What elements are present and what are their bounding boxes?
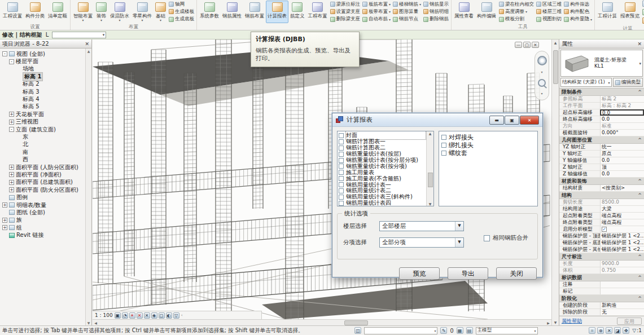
tree-item[interactable]: 北 xyxy=(1,141,91,148)
reveal-hidden-icon[interactable]: ▽ xyxy=(173,312,179,319)
ribbon-small-button[interactable]: 钢筋明细 xyxy=(423,8,449,15)
property-value[interactable]: 标高 2 xyxy=(600,96,644,102)
ribbon-small-button[interactable]: 构件显隐▾ xyxy=(564,16,592,23)
vertical-scrollbar[interactable]: ▲▼ xyxy=(551,39,559,325)
property-value[interactable]: 大梁 xyxy=(600,206,644,212)
property-value[interactable]: 端点高程 xyxy=(600,213,644,219)
expand-icon[interactable]: + xyxy=(9,165,14,170)
tree-item[interactable]: +天花板平面 xyxy=(1,111,91,118)
steering-wheel-icon[interactable] xyxy=(537,56,547,65)
select-pinned-icon[interactable]: ✕ xyxy=(606,327,612,334)
ribbon-small-button[interactable]: 设置梁支座 xyxy=(330,8,361,15)
ribbon-small-button[interactable]: 生成底板 xyxy=(169,16,194,23)
tree-item[interactable]: +明细表/数量 xyxy=(1,201,91,209)
tree-item[interactable]: 西 xyxy=(1,156,91,163)
close-icon[interactable]: ✕ xyxy=(85,41,89,47)
property-value[interactable]: <按类别> xyxy=(600,185,644,191)
close-icon[interactable]: ✕ xyxy=(637,41,642,47)
expand-icon[interactable]: - xyxy=(9,127,14,132)
ribbon-button[interactable]: 报表预览 xyxy=(619,1,641,25)
ribbon-small-button[interactable]: 模板分割 xyxy=(499,16,534,23)
ribbon-button[interactable]: 工程计算 xyxy=(596,1,619,25)
joint-checkbox-item[interactable]: 绑扎接头 xyxy=(441,141,537,149)
expand-icon[interactable]: + xyxy=(9,187,14,192)
worksets-combobox[interactable]: ▾ xyxy=(364,327,437,334)
property-value[interactable]: 0.0 xyxy=(600,116,644,122)
tree-item[interactable]: 场地 xyxy=(1,65,91,73)
property-value[interactable]: 钢筋保护层 1 <2... xyxy=(600,240,644,246)
dialog-titlebar[interactable]: 计算报表 ▬ ▣ ✕ xyxy=(332,113,542,127)
tree-item[interactable]: +族 xyxy=(1,217,91,224)
property-value[interactable] xyxy=(600,281,644,288)
temporary-hide-isolate-icon[interactable]: ◐ xyxy=(166,312,172,319)
ribbon-small-button[interactable]: 楼层三维 xyxy=(536,8,562,15)
chevron-down-icon[interactable]: ▾ xyxy=(639,61,641,66)
options-combobox[interactable]: ▾ xyxy=(52,32,106,38)
minimize-icon[interactable]: ▬ xyxy=(489,116,504,125)
ribbon-button[interactable]: 属性查看 xyxy=(453,1,475,23)
expand-icon[interactable]: - xyxy=(9,59,14,64)
collapse-icon[interactable]: ^ xyxy=(638,179,642,184)
property-value[interactable]: 无 xyxy=(600,309,644,315)
property-value[interactable]: 标高 : 标高 2 xyxy=(600,103,644,109)
properties-help-link[interactable]: 属性帮助 xyxy=(562,318,582,325)
ribbon-small-button[interactable]: 高度调整▾ xyxy=(499,8,534,15)
scale-button[interactable]: 1 : 100 xyxy=(95,312,113,318)
ribbon-button[interactable]: 智能布置▾ xyxy=(72,1,94,23)
ribbon-small-button[interactable]: 钢筋节点 xyxy=(393,16,421,23)
tree-item[interactable]: +三维视图 xyxy=(1,118,91,126)
zoom-icon[interactable] xyxy=(538,79,546,87)
minimize-icon[interactable]: — xyxy=(515,42,522,48)
ribbon-small-button[interactable]: 钢筋显示 xyxy=(423,1,449,8)
ribbon-button[interactable]: 工程布置 xyxy=(306,1,329,23)
ribbon-small-button[interactable]: 轴网 xyxy=(169,1,194,8)
expand-icon[interactable]: - xyxy=(2,51,7,56)
ribbon-small-button[interactable]: 楼梯钢筋▾ xyxy=(393,1,421,8)
tree-item[interactable]: 标高 2 xyxy=(1,81,91,88)
ribbon-small-button[interactable]: 图形算量 xyxy=(393,8,421,15)
floor-select-combobox[interactable]: 全部楼层 ▼ xyxy=(379,221,464,231)
ribbon-small-button[interactable]: 删除钢筋 xyxy=(423,16,449,23)
ribbon-small-button[interactable]: 自动布筋▾ xyxy=(362,16,391,23)
collapse-icon[interactable]: ^ xyxy=(638,193,642,198)
joint-types-list[interactable]: 对焊接头绑扎接头螺纹套 xyxy=(439,131,538,206)
ribbon-small-button[interactable]: 构件筛选 xyxy=(564,1,592,8)
design-option-combobox[interactable]: 主模型▾ xyxy=(476,327,538,334)
item-select-combobox[interactable]: 全部分项 ▼ xyxy=(379,237,464,248)
close-icon[interactable]: ✕ xyxy=(520,116,539,125)
expand-icon[interactable]: + xyxy=(9,112,14,117)
expand-icon[interactable]: + xyxy=(9,172,14,177)
collapse-icon[interactable]: ^ xyxy=(638,90,642,95)
element-filter-combobox[interactable]: 结构框架 (大梁) (1) ▾ xyxy=(560,78,612,87)
detail-level-icon[interactable]: ▣ xyxy=(115,312,121,319)
property-section-header[interactable]: 标识数据^ xyxy=(559,274,644,281)
collapse-icon[interactable]: ^ xyxy=(638,296,642,301)
property-value[interactable]: 标准 xyxy=(600,123,644,129)
tree-item[interactable]: 标高 4 xyxy=(1,95,91,103)
expand-icon[interactable]: + xyxy=(2,202,7,208)
checkbox-icon[interactable]: ✓ xyxy=(602,227,607,232)
chevron-down-icon[interactable]: ▾ xyxy=(541,70,542,74)
tree-item[interactable]: -视图 (全部) xyxy=(1,50,91,58)
expand-icon[interactable]: + xyxy=(9,180,14,185)
property-value[interactable] xyxy=(600,288,644,294)
collapse-icon[interactable]: ^ xyxy=(638,275,642,280)
ribbon-button[interactable]: 钢筋布置 xyxy=(243,1,266,23)
project-browser-scrollbar[interactable]: ▲▼ xyxy=(85,49,91,325)
property-value[interactable]: 0.000° xyxy=(600,130,644,136)
ribbon-small-button[interactable]: 梁在柱内相交 xyxy=(499,1,534,8)
ribbon-button[interactable]: 装饰▾ xyxy=(94,1,108,23)
visual-style-icon[interactable]: ◔ xyxy=(122,312,128,319)
export-button[interactable]: 导出 xyxy=(448,267,488,280)
crop-view-icon[interactable]: ◈ xyxy=(151,312,157,319)
tree-item[interactable]: 标高 3 xyxy=(1,88,91,95)
property-value[interactable]: 统一 xyxy=(600,144,644,150)
ribbon-small-button[interactable]: 区域三维 xyxy=(536,1,562,8)
report-checkbox-item[interactable]: 钢筋用量统计表四 xyxy=(339,200,426,206)
options-icon[interactable]: ▤ xyxy=(466,327,473,334)
tree-item[interactable]: +面积平面 (人防分区面积) xyxy=(1,164,91,171)
select-by-face-icon[interactable]: ◪ xyxy=(614,327,621,334)
ribbon-button[interactable]: 系统参数 xyxy=(198,1,221,23)
property-section-header[interactable]: 结构^ xyxy=(559,192,644,199)
property-value[interactable]: 新构造 xyxy=(600,302,644,308)
